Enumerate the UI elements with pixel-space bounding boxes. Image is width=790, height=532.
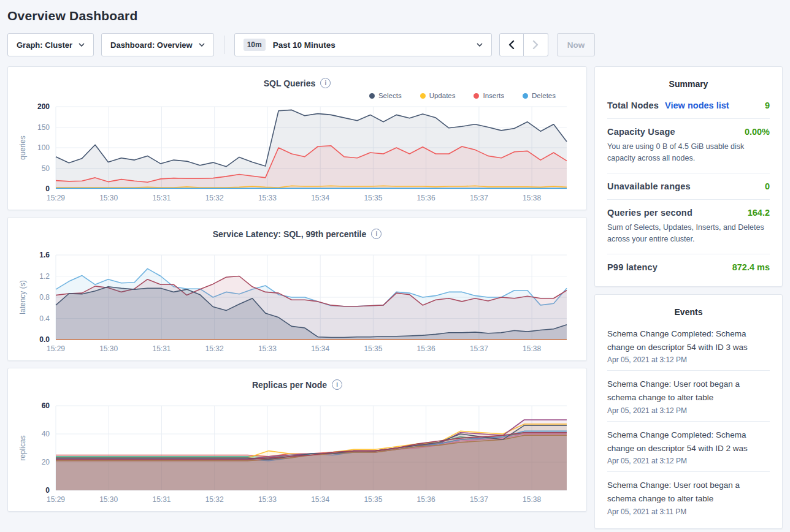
event-item[interactable]: Schema Change Completed: Schema change o… bbox=[607, 422, 770, 473]
info-icon[interactable]: i bbox=[332, 379, 342, 390]
chevron-down-icon bbox=[79, 42, 85, 48]
summary-title: Summary bbox=[607, 74, 770, 93]
time-range-label: Past 10 Minutes bbox=[273, 40, 336, 50]
svg-text:1.6: 1.6 bbox=[39, 251, 50, 259]
sql-queries-chart[interactable]: 15:2915:3015:3115:3215:3315:3415:3515:36… bbox=[18, 102, 577, 205]
chevron-down-icon bbox=[477, 42, 483, 48]
svg-text:15:34: 15:34 bbox=[311, 344, 329, 353]
overview-dashboard-page: Overview Dashboard Graph: Cluster Dashbo… bbox=[0, 0, 790, 529]
svg-text:15:29: 15:29 bbox=[47, 495, 65, 504]
toolbar-divider bbox=[224, 36, 224, 54]
replicas-per-node-panel: Replicas per Node i 15:2915:3015:3115:32… bbox=[7, 368, 587, 512]
event-timestamp: Apr 05, 2021 at 3:12 PM bbox=[607, 457, 770, 465]
event-timestamp: Apr 05, 2021 at 3:12 PM bbox=[607, 406, 770, 415]
toolbar: Graph: Cluster Dashboard: Overview 10m P… bbox=[7, 33, 783, 56]
replicas-per-node-chart[interactable]: 15:2915:3015:3115:3215:3315:3415:3515:36… bbox=[18, 401, 577, 506]
legend-dot bbox=[420, 93, 426, 99]
prev-range-button[interactable] bbox=[499, 33, 524, 56]
dashboard-dropdown-label: Dashboard: Overview bbox=[110, 40, 193, 50]
next-range-button[interactable] bbox=[524, 33, 548, 56]
svg-text:15:33: 15:33 bbox=[258, 194, 277, 202]
event-text: Schema Change: User root began a schema … bbox=[607, 378, 770, 405]
time-range-selector[interactable]: 10m Past 10 Minutes bbox=[234, 33, 492, 56]
summary-row-qps: Queries per second 164.2 Sum of Selects,… bbox=[607, 200, 770, 254]
summary-panel: Summary Total Nodes View nodes list 9 Ca… bbox=[594, 66, 783, 287]
total-nodes-label: Total Nodes bbox=[607, 101, 659, 110]
svg-text:replicas: replicas bbox=[18, 435, 27, 460]
svg-text:15:34: 15:34 bbox=[311, 495, 329, 504]
chevron-left-icon bbox=[508, 40, 515, 49]
svg-text:0.4: 0.4 bbox=[39, 314, 50, 323]
service-latency-chart[interactable]: 15:2915:3015:3115:3215:3315:3415:3515:36… bbox=[18, 250, 577, 355]
qps-label: Queries per second bbox=[607, 208, 692, 218]
graph-dropdown-label: Graph: Cluster bbox=[17, 40, 72, 50]
svg-text:150: 150 bbox=[37, 123, 50, 132]
svg-text:15:35: 15:35 bbox=[364, 194, 382, 202]
event-item[interactable]: Schema Change: User root began a schema … bbox=[607, 472, 770, 522]
chart-header: Service Latency: SQL, 99th percentile i bbox=[18, 225, 577, 240]
p99-latency-label: P99 latency bbox=[607, 262, 658, 272]
legend-dot bbox=[523, 93, 528, 99]
chevron-right-icon bbox=[532, 40, 539, 49]
legend-item[interactable]: Deletes bbox=[523, 92, 556, 99]
svg-text:15:29: 15:29 bbox=[47, 194, 65, 202]
svg-text:15:37: 15:37 bbox=[470, 194, 488, 202]
summary-row-total-nodes: Total Nodes View nodes list 9 bbox=[607, 93, 770, 119]
svg-text:100: 100 bbox=[37, 143, 50, 152]
svg-text:15:31: 15:31 bbox=[152, 194, 171, 202]
sql-queries-panel: SQL Queries i SelectsUpdatesInsertsDelet… bbox=[7, 66, 587, 210]
svg-text:40: 40 bbox=[42, 430, 50, 438]
chart-title: Replicas per Node bbox=[252, 380, 327, 390]
svg-text:15:30: 15:30 bbox=[99, 495, 118, 504]
svg-text:0: 0 bbox=[45, 184, 50, 193]
info-icon[interactable]: i bbox=[371, 229, 382, 239]
page-title: Overview Dashboard bbox=[7, 7, 783, 33]
svg-text:15:36: 15:36 bbox=[417, 495, 435, 504]
event-text: Schema Change: User root began a schema … bbox=[607, 479, 770, 506]
svg-text:50: 50 bbox=[42, 164, 50, 173]
chart-header: Replicas per Node i bbox=[18, 376, 577, 391]
svg-text:60: 60 bbox=[42, 401, 50, 410]
event-timestamp: Apr 05, 2021 at 3:11 PM bbox=[607, 507, 770, 516]
chart-header: SQL Queries i bbox=[18, 74, 577, 89]
summary-row-capacity: Capacity Usage 0.00% You are using 0 B o… bbox=[607, 119, 770, 173]
event-item[interactable]: Schema Change: User root began a schema … bbox=[607, 371, 770, 422]
graph-dropdown[interactable]: Graph: Cluster bbox=[7, 33, 94, 56]
now-button[interactable]: Now bbox=[557, 33, 596, 56]
time-range-badge: 10m bbox=[244, 39, 266, 51]
svg-text:15:32: 15:32 bbox=[205, 344, 224, 353]
event-text: Schema Change Completed: Schema change o… bbox=[607, 327, 770, 355]
svg-text:15:32: 15:32 bbox=[205, 194, 224, 202]
svg-text:15:30: 15:30 bbox=[99, 194, 118, 202]
total-nodes-value: 9 bbox=[765, 101, 770, 110]
chart-legend: SelectsUpdatesInsertsDeletes bbox=[18, 89, 577, 102]
qps-value: 164.2 bbox=[748, 208, 770, 218]
svg-text:15:33: 15:33 bbox=[258, 495, 277, 504]
events-list: Schema Change Completed: Schema change o… bbox=[607, 321, 770, 522]
unavailable-ranges-label: Unavailable ranges bbox=[607, 181, 691, 191]
svg-text:0.0: 0.0 bbox=[39, 335, 50, 344]
event-item[interactable]: Schema Change Completed: Schema change o… bbox=[607, 321, 770, 371]
legend-item[interactable]: Inserts bbox=[474, 92, 504, 99]
legend-item[interactable]: Selects bbox=[369, 92, 402, 99]
svg-text:1.2: 1.2 bbox=[39, 272, 50, 281]
view-nodes-list-link[interactable]: View nodes list bbox=[665, 101, 729, 110]
svg-text:15:37: 15:37 bbox=[470, 495, 488, 504]
legend-item[interactable]: Updates bbox=[420, 92, 456, 99]
legend-dot bbox=[474, 93, 479, 99]
svg-text:15:38: 15:38 bbox=[523, 495, 541, 504]
svg-text:20: 20 bbox=[42, 458, 50, 466]
svg-text:15:29: 15:29 bbox=[47, 344, 65, 353]
chart-title: Service Latency: SQL, 99th percentile bbox=[213, 229, 367, 239]
dashboard-dropdown[interactable]: Dashboard: Overview bbox=[101, 33, 214, 56]
chevron-down-icon bbox=[199, 42, 205, 48]
legend-label: Inserts bbox=[483, 92, 504, 99]
content: SQL Queries i SelectsUpdatesInsertsDelet… bbox=[7, 66, 783, 529]
info-icon[interactable]: i bbox=[320, 78, 331, 88]
capacity-value: 0.00% bbox=[745, 127, 770, 137]
svg-text:15:31: 15:31 bbox=[152, 344, 171, 353]
capacity-label: Capacity Usage bbox=[607, 127, 675, 137]
legend-label: Updates bbox=[429, 92, 456, 99]
svg-text:15:34: 15:34 bbox=[311, 194, 329, 202]
time-pager bbox=[499, 33, 548, 56]
